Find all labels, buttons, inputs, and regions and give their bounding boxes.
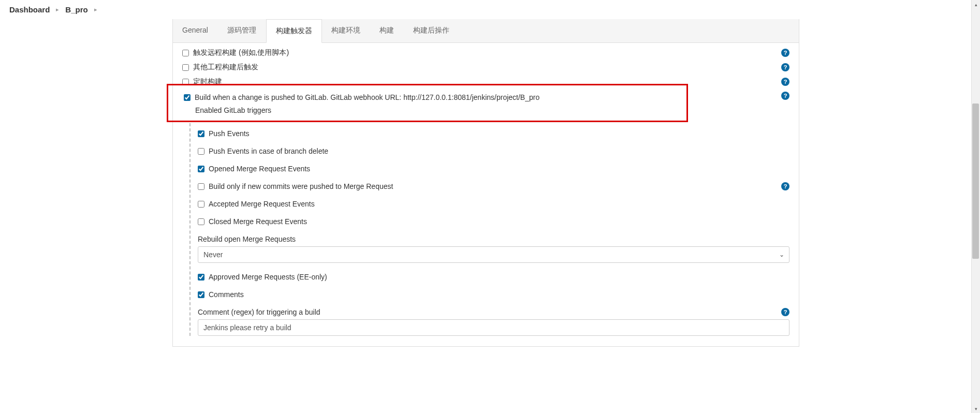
opened-mr-checkbox[interactable] (198, 166, 204, 172)
approved-mr-checkbox[interactable] (198, 274, 204, 281)
comments-row: Comments (198, 286, 789, 303)
scrollbar-up-arrow[interactable]: ▴ (972, 0, 980, 9)
help-icon[interactable]: ? (781, 92, 789, 100)
tab-post-build[interactable]: 构建后操作 (404, 19, 459, 42)
tab-build[interactable]: 构建 (370, 19, 404, 42)
comments-label[interactable]: Comments (209, 290, 789, 299)
trigger-gitlab-checkbox[interactable] (184, 94, 191, 101)
closed-mr-row: Closed Merge Request Events (198, 213, 789, 230)
build-triggers-panel: 触发远程构建 (例如,使用脚本) ? 其他工程构建后触发 ? 定时构建 ? (173, 43, 799, 346)
help-icon[interactable]: ? (781, 63, 789, 71)
trigger-remote-label[interactable]: 触发远程构建 (例如,使用脚本) (193, 48, 777, 57)
rebuild-mr-label: Rebuild open Merge Requests (198, 230, 789, 246)
opened-mr-row: Opened Merge Request Events (198, 160, 789, 178)
closed-mr-label[interactable]: Closed Merge Request Events (209, 217, 789, 226)
scrollbar-thumb[interactable] (972, 104, 979, 259)
rebuild-mr-select[interactable]: Never (198, 246, 789, 263)
trigger-upstream-checkbox[interactable] (182, 64, 189, 71)
comment-regex-label: Comment (regex) for triggering a build (198, 308, 777, 316)
accepted-mr-label[interactable]: Accepted Merge Request Events (209, 200, 789, 208)
chevron-right-icon: ▸ (94, 6, 97, 13)
comment-regex-row: Comment (regex) for triggering a build ? (198, 303, 789, 319)
scrollbar-vertical[interactable]: ▴ ▾ (971, 0, 980, 347)
help-icon[interactable]: ? (781, 308, 789, 316)
new-commits-mr-label[interactable]: Build only if new commits were pushed to… (209, 182, 777, 190)
push-delete-checkbox[interactable] (198, 148, 204, 155)
tab-build-triggers[interactable]: 构建触发器 (266, 19, 322, 43)
help-icon[interactable]: ? (781, 182, 789, 190)
tab-general[interactable]: General (173, 19, 218, 42)
approved-mr-row: Approved Merge Requests (EE-only) (198, 268, 789, 286)
trigger-gitlab-row: Build when a change is pushed to GitLab.… (184, 91, 686, 104)
gitlab-triggers-section: Push Events Push Events in case of branc… (189, 123, 789, 336)
opened-mr-label[interactable]: Opened Merge Request Events (209, 165, 789, 173)
help-icon[interactable]: ? (781, 78, 789, 86)
trigger-remote-row: 触发远程构建 (例如,使用脚本) ? (182, 46, 789, 60)
push-delete-label[interactable]: Push Events in case of branch delete (209, 147, 789, 155)
trigger-upstream-label[interactable]: 其他工程构建后触发 (193, 63, 777, 72)
breadcrumb-project[interactable]: B_pro (65, 5, 87, 14)
push-events-checkbox[interactable] (198, 130, 204, 137)
accepted-mr-checkbox[interactable] (198, 201, 204, 208)
comments-checkbox[interactable] (198, 291, 204, 298)
enabled-gitlab-triggers-label: Enabled GitLab triggers (195, 106, 686, 114)
breadcrumb-dashboard[interactable]: Dashboard (9, 5, 50, 14)
gitlab-highlight-box: Build when a change is pushed to GitLab.… (167, 84, 688, 122)
chevron-right-icon: ▸ (56, 6, 59, 13)
tab-scm[interactable]: 源码管理 (218, 19, 266, 42)
trigger-upstream-row: 其他工程构建后触发 ? (182, 60, 789, 75)
help-icon[interactable]: ? (781, 49, 789, 57)
new-commits-mr-checkbox[interactable] (198, 183, 204, 190)
closed-mr-checkbox[interactable] (198, 218, 204, 225)
rebuild-mr-select-wrap: Never ⌄ (198, 246, 789, 263)
new-commits-mr-row: Build only if new commits were pushed to… (198, 178, 789, 195)
config-panel: General 源码管理 构建触发器 构建环境 构建 构建后操作 触发远程构建 … (172, 19, 799, 347)
push-events-label[interactable]: Push Events (209, 129, 789, 138)
breadcrumb: Dashboard ▸ B_pro ▸ (0, 0, 980, 19)
push-delete-row: Push Events in case of branch delete (198, 142, 789, 160)
trigger-gitlab-label[interactable]: Build when a change is pushed to GitLab.… (195, 93, 686, 101)
accepted-mr-row: Accepted Merge Request Events (198, 195, 789, 213)
trigger-remote-checkbox[interactable] (182, 50, 189, 56)
comment-regex-input[interactable] (198, 319, 789, 336)
tab-build-env[interactable]: 构建环境 (322, 19, 370, 42)
push-events-row: Push Events (198, 125, 789, 142)
approved-mr-label[interactable]: Approved Merge Requests (EE-only) (209, 273, 789, 281)
config-tabs: General 源码管理 构建触发器 构建环境 构建 构建后操作 (173, 19, 799, 43)
